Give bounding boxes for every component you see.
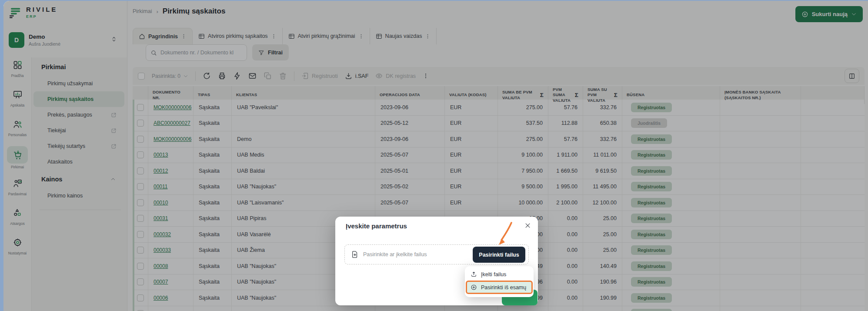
menu-item[interactable]: Įkelti failus <box>465 268 534 280</box>
close-icon[interactable] <box>524 222 531 229</box>
upload-icon <box>471 271 477 278</box>
modal-title: Įveskite parametrus <box>346 222 407 230</box>
app-window: RIVILE ERP D Demo Aušra Juodienė Pradžia… <box>3 1 868 311</box>
select-files-button[interactable]: Pasirinkti failus <box>473 247 525 263</box>
plus-circle-icon <box>471 284 477 291</box>
file-plus-icon <box>351 251 359 258</box>
menu-item-label: Įkelti failus <box>481 271 506 278</box>
file-source-menu: Įkelti failus Pasirinkti iš esamų <box>465 266 534 297</box>
dropzone-label: Pasirinkite ar įkelkite failus <box>363 251 427 257</box>
menu-item[interactable]: Pasirinkti iš esamų <box>466 281 533 294</box>
menu-item-label: Pasirinkti iš esamų <box>481 284 526 291</box>
